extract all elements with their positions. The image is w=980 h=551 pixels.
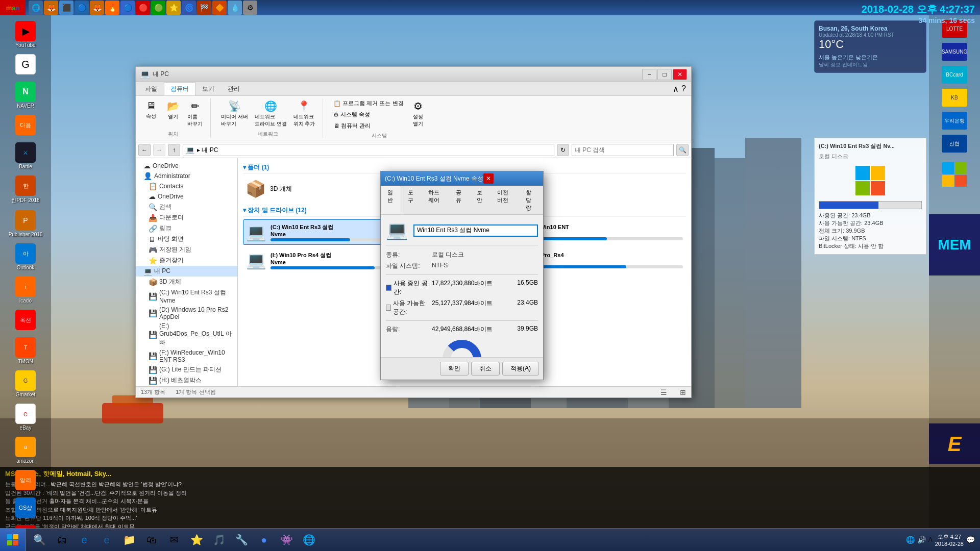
drive-name-input[interactable] [413, 224, 538, 237]
ribbon-btn-rename[interactable]: ✏ 이름바꾸기 [185, 98, 205, 129]
toolbar-icon-11[interactable]: 🌀 [182, 1, 196, 15]
dialog-tab-security[interactable]: 보안 [470, 186, 491, 214]
sidebar-item-icado[interactable]: i icado [3, 275, 48, 305]
ribbon-btn-network-location[interactable]: 📍 네트워크위치 추가 [291, 98, 318, 129]
taskbar-store-icon[interactable]: 🛍 [141, 530, 162, 550]
view-tiles-icon[interactable]: ⊞ [680, 388, 686, 396]
taskbar-mail-icon[interactable]: ✉ [164, 530, 184, 550]
sidebar-item-auction[interactable]: 옥션 [3, 308, 48, 333]
ribbon-btn-network-drive[interactable]: 🌐 네트워크드라이브 연결 [252, 98, 289, 129]
sidebar-item-google[interactable]: G [3, 53, 48, 77]
toolbar-icon-8[interactable]: 🔴 [136, 1, 150, 15]
view-details-icon[interactable]: ☰ [660, 388, 667, 396]
taskbar-volume-icon[interactable]: 🔊 [917, 536, 926, 544]
right-item-kb[interactable]: KB [932, 88, 977, 109]
tree-item-gDrive[interactable]: 💾 (G:) Lite 만드는 파티션 [136, 364, 237, 375]
taskbar-app1-icon[interactable]: ⭐ [186, 530, 207, 550]
toolbar-icon-2[interactable]: 🦊 [44, 1, 58, 15]
tab-manage[interactable]: 관리 [221, 82, 247, 95]
tab-view[interactable]: 보기 [195, 82, 221, 95]
taskbar-ie-icon[interactable]: e [96, 530, 117, 550]
ribbon-btn-computer-mgmt[interactable]: 🖥 컴퓨터 관리 [331, 121, 406, 131]
right-item-samsung[interactable]: SAMSUNG [932, 42, 977, 63]
taskbar-clock[interactable]: 오후 4:27 2018-02-28 [935, 533, 964, 547]
sidebar-item-amazon[interactable]: a amazon [3, 435, 48, 465]
sidebar-item-battle[interactable]: ⚔ Battle [3, 141, 48, 171]
tree-item-fDrive[interactable]: 💾 (F:) WinReducer_Win10 ENT RS3 [136, 348, 237, 364]
sidebar-item-hanpdf[interactable]: 한 한PDF 2018 [3, 174, 48, 206]
tree-item-desktop[interactable]: 🖥 바탕 화면 [136, 234, 237, 244]
explorer-titlebar[interactable]: 💻 내 PC − □ ✕ [136, 67, 691, 82]
tree-item-onedrive2[interactable]: ☁ OneDrive [136, 191, 237, 202]
toolbar-icon-15[interactable]: ⚙ [243, 1, 257, 15]
apply-button[interactable]: 적용(A) [502, 362, 539, 375]
search-input[interactable] [572, 144, 674, 156]
minimize-button[interactable]: − [642, 69, 656, 80]
toolbar-icon-7[interactable]: 🔵 [120, 1, 135, 15]
ribbon-btn-properties[interactable]: 🖥 속성 [141, 98, 161, 129]
ribbon-btn-open[interactable]: 📂 열기 [163, 98, 183, 129]
sidebar-item-ebay[interactable]: e eBay [3, 402, 48, 432]
tree-item-hDrive[interactable]: 💾 (H:) 베츠열박스 [136, 375, 237, 386]
ribbon-expand-icon[interactable]: ∧ [673, 84, 679, 94]
ribbon-btn-uninstall[interactable]: 📋 프로그램 제거 또는 변경 [331, 98, 406, 108]
sidebar-item-tmon[interactable]: T TMON [3, 336, 48, 366]
dialog-tab-share[interactable]: 공유 [449, 186, 470, 214]
maximize-button[interactable]: □ [657, 69, 672, 80]
ok-button[interactable]: 확인 [440, 362, 469, 375]
tree-item-mypc[interactable]: 💻 내 PC [136, 266, 237, 277]
tree-item-saved-games[interactable]: 🎮 저장된 게임 [136, 244, 237, 255]
taskbar-keyboard-icon[interactable]: A [928, 536, 933, 543]
dialog-tab-hardware[interactable]: 하드웨어 [422, 186, 449, 214]
tree-item-cDrive[interactable]: 💾 (C:) Win10 Ent Rs3 설컴 Nvme [136, 287, 237, 305]
address-path[interactable]: 💻 ▸ 내 PC [183, 144, 554, 156]
taskbar-chrome2-icon[interactable]: 🌐 [299, 530, 319, 550]
dialog-tab-quota[interactable]: 할당량 [519, 186, 543, 214]
tree-item-search[interactable]: 🔍 검색 [136, 202, 237, 212]
dialog-tab-prev[interactable]: 이전 버전 [491, 186, 519, 214]
taskbar-app2-icon[interactable]: 🎵 [209, 530, 229, 550]
tree-item-contacts[interactable]: 📋 Contacts [136, 181, 237, 191]
sidebar-item-gmarket[interactable]: G Gmarket [3, 369, 48, 399]
tab-computer[interactable]: 컴퓨터 [164, 82, 195, 95]
right-item-woori[interactable]: 우리은행 [932, 111, 977, 132]
cancel-button[interactable]: 취소 [471, 362, 500, 375]
taskbar-chrome-icon[interactable]: ● [254, 530, 274, 550]
tree-item-eDrive[interactable]: 💾 (E:) Grub4Dos_Pe_Os_UtIL 아빠 [136, 321, 237, 348]
forward-button[interactable]: → [153, 144, 165, 156]
sidebar-item-ali[interactable]: 알리 [3, 468, 48, 493]
taskbar-folder-icon[interactable]: 📁 [119, 530, 139, 550]
ribbon-btn-settings[interactable]: ⚙ 설정열기 [408, 98, 428, 131]
toolbar-icon-13[interactable]: 🔶 [212, 1, 227, 15]
toolbar-icon-10[interactable]: ⭐ [166, 1, 181, 15]
taskbar-search-icon[interactable]: 🔍 [29, 530, 50, 550]
dialog-close-button[interactable]: ✕ [483, 173, 494, 184]
taskbar-action-center-icon[interactable]: 💬 [966, 536, 975, 544]
dialog-tab-general[interactable]: 일반 [381, 186, 401, 214]
sidebar-item-gsshop[interactable]: GS샵 [3, 496, 48, 520]
search-button[interactable]: 🔍 [676, 144, 689, 156]
toolbar-icon-6[interactable]: 🔥 [105, 1, 119, 15]
dialog-titlebar[interactable]: (C:) Win10 Ent Rs3 설컴 Nvme 속성 ✕ [381, 171, 543, 186]
taskbar-network-icon[interactable]: 🌐 [906, 536, 915, 544]
toolbar-icon-3[interactable]: ⬛ [59, 1, 74, 15]
ribbon-btn-sys-props[interactable]: ⚙ 시스템 속성 [331, 110, 406, 119]
tree-item-3d[interactable]: 📦 3D 개체 [136, 277, 237, 287]
back-button[interactable]: ← [138, 144, 151, 156]
up-button[interactable]: ↑ [168, 144, 180, 156]
sidebar-item-outlook[interactable]: 아 Outlook [3, 242, 48, 272]
taskbar-alien-icon[interactable]: 👾 [276, 530, 297, 550]
dialog-tab-tools[interactable]: 도구 [401, 186, 422, 214]
ribbon-help-icon[interactable]: ? [681, 84, 686, 93]
taskbar-task-view-icon[interactable]: 🗂 [52, 530, 72, 550]
sidebar-item-youtube[interactable]: ▶ YouTube [3, 19, 48, 49]
tab-file[interactable]: 파일 [138, 82, 164, 95]
refresh-button[interactable]: ↻ [557, 144, 569, 156]
sidebar-item-naver[interactable]: N NAVER [3, 80, 48, 110]
right-item-bccard[interactable]: BCcard [932, 65, 977, 86]
right-item-sinhyup[interactable]: 신협 [932, 134, 977, 155]
sidebar-item-publisher[interactable]: P Publisher 2016 [3, 209, 48, 239]
toolbar-icon-1[interactable]: 🌐 [29, 1, 43, 15]
tree-item-onedrive[interactable]: ☁ OneDrive [136, 161, 237, 171]
msn-logo[interactable]: msn [0, 0, 26, 15]
